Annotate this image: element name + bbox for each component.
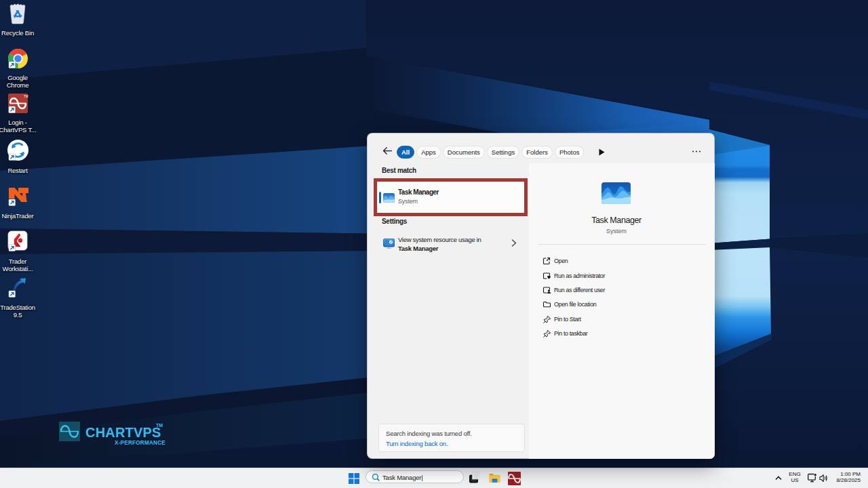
svg-text:TM: TM [156, 423, 163, 428]
svg-text:TM: TM [24, 95, 28, 98]
svg-text:X-PERFORMANCE: X-PERFORMANCE [115, 440, 165, 446]
svg-text:CHARTVPS: CHARTVPS [85, 425, 161, 440]
